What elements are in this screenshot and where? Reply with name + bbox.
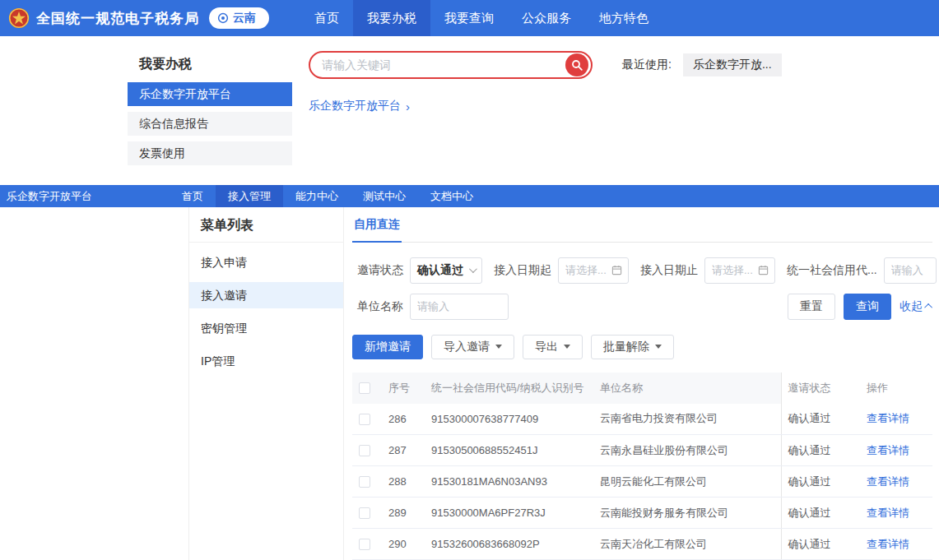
cell-status: 确认通过 — [781, 435, 860, 466]
top-nav-item-tax-service[interactable]: 我要办税 — [353, 0, 430, 36]
top-header: 全国统一规范电子税务局 云南 首页 我要办税 我要查询 公众服务 地方特色 — [0, 0, 939, 36]
tax-menu-item-info-report[interactable]: 综合信息报告 — [128, 112, 292, 136]
platform-nav-access-management[interactable]: 接入管理 — [216, 185, 283, 207]
platform-nav-home[interactable]: 首页 — [170, 185, 216, 207]
table-row: 286 915300007638777409 云南省电力投资有限公司 确认通过 … — [352, 404, 932, 435]
chevron-up-icon — [924, 303, 932, 312]
action-button-row: 新增邀请 导入邀请 导出 批量解除 — [352, 335, 932, 359]
table-row: 288 91530181MA6N03AN93 昆明云能化工有限公司 确认通过 查… — [352, 466, 932, 498]
batch-remove-button[interactable]: 批量解除 — [591, 335, 674, 359]
platform-nav-capability-center[interactable]: 能力中心 — [283, 185, 351, 207]
region-name: 云南 — [233, 11, 256, 25]
col-header-credit-code: 统一社会信用代码/纳税人识别号 — [425, 373, 593, 404]
collapse-link[interactable]: 收起 — [899, 299, 932, 314]
caret-down-icon — [495, 345, 502, 349]
date-from-input[interactable] — [565, 264, 608, 276]
menu-item-access-application[interactable]: 接入申请 — [189, 249, 343, 275]
top-nav-item-query[interactable]: 我要查询 — [430, 0, 508, 36]
calendar-icon — [611, 265, 622, 275]
caret-down-icon — [655, 345, 662, 349]
collapse-label: 收起 — [899, 299, 923, 314]
region-badge[interactable]: 云南 — [209, 7, 269, 29]
recent-used-item[interactable]: 乐企数字开放... — [683, 53, 782, 76]
chevron-right-icon: › — [406, 100, 410, 113]
import-invitation-label: 导入邀请 — [444, 340, 490, 354]
cell-credit-code: 91532600683668092P — [425, 529, 593, 560]
platform-nav-test-center[interactable]: 测试中心 — [351, 185, 418, 207]
platform-nav-doc-center[interactable]: 文档中心 — [418, 185, 486, 207]
cell-status: 确认通过 — [781, 404, 860, 435]
view-detail-link[interactable]: 查看详情 — [867, 475, 909, 488]
row-checkbox[interactable] — [359, 476, 370, 488]
filter-actions: 重置 查询 收起 — [788, 294, 932, 320]
menu-panel: 菜单列表 接入申请 接入邀请 密钥管理 IP管理 — [189, 207, 344, 560]
export-button[interactable]: 导出 — [523, 335, 583, 359]
import-invitation-button[interactable]: 导入邀请 — [431, 335, 514, 359]
tax-menu-item-invoice-use[interactable]: 发票使用 — [128, 141, 292, 165]
row-checkbox[interactable] — [359, 539, 370, 550]
menu-item-access-invitation[interactable]: 接入邀请 — [189, 282, 343, 308]
company-name-input[interactable] — [410, 294, 509, 320]
main-area: 菜单列表 接入申请 接入邀请 密钥管理 IP管理 自用直连 邀请状态 确认通过 … — [0, 207, 939, 560]
select-all-checkbox[interactable] — [359, 382, 370, 394]
search-input[interactable] — [322, 58, 565, 72]
reset-button[interactable]: 重置 — [788, 294, 835, 320]
date-to-label: 接入日期止 — [640, 263, 698, 278]
table-row: 287 91530500688552451J 云南永昌硅业股份有限公司 确认通过… — [352, 435, 932, 466]
credit-code-label: 统一社会信用代... — [787, 263, 877, 278]
view-detail-link[interactable]: 查看详情 — [867, 412, 909, 424]
cell-credit-code: 915300007638777409 — [425, 404, 593, 435]
menu-item-ip-management[interactable]: IP管理 — [189, 348, 343, 374]
tab-self-direct-connect[interactable]: 自用直连 — [352, 217, 402, 243]
platform-title: 乐企数字开放平台 — [0, 189, 170, 204]
date-from-picker[interactable] — [558, 257, 629, 284]
recent-used-label: 最近使用: — [622, 58, 672, 72]
view-detail-link[interactable]: 查看详情 — [867, 507, 909, 519]
view-detail-link[interactable]: 查看详情 — [867, 444, 909, 456]
date-to-input[interactable] — [712, 264, 755, 276]
tax-menu-item-leqi-platform[interactable]: 乐企数字开放平台 — [128, 82, 292, 106]
search-icon — [571, 59, 583, 71]
cell-seq: 286 — [382, 404, 425, 435]
col-header-company: 单位名称 — [593, 373, 781, 404]
hero-right: 最近使用: 乐企数字开放... 乐企数字开放平台 › — [292, 36, 939, 185]
brand: 全国统一规范电子税务局 云南 — [0, 7, 269, 29]
cell-status: 确认通过 — [781, 529, 860, 560]
cell-seq: 288 — [382, 466, 425, 498]
invite-status-label: 邀请状态 — [352, 263, 403, 278]
emblem-logo — [8, 7, 30, 29]
top-nav: 首页 我要办税 我要查询 公众服务 地方特色 — [300, 0, 662, 36]
search-button[interactable] — [565, 53, 588, 76]
row-checkbox[interactable] — [359, 414, 370, 425]
keyword-search-box[interactable] — [309, 51, 593, 79]
add-invitation-button[interactable]: 新增邀请 — [352, 335, 423, 359]
view-detail-link[interactable]: 查看详情 — [867, 538, 909, 550]
batch-remove-label: 批量解除 — [603, 340, 649, 354]
cell-company: 云南能投财务服务有限公司 — [593, 498, 781, 529]
search-row: 最近使用: 乐企数字开放... — [309, 51, 923, 79]
top-nav-item-home[interactable]: 首页 — [300, 0, 353, 36]
col-header-status: 邀请状态 — [781, 373, 860, 404]
invite-status-select[interactable]: 确认通过 — [410, 257, 482, 284]
col-header-action: 操作 — [860, 373, 932, 404]
top-nav-item-public-service[interactable]: 公众服务 — [508, 0, 585, 36]
col-header-seq: 序号 — [382, 373, 425, 404]
site-title: 全国统一规范电子税务局 — [36, 9, 199, 28]
query-button[interactable]: 查询 — [844, 294, 891, 320]
invite-status-value: 确认通过 — [417, 263, 463, 278]
credit-code-input[interactable] — [884, 257, 937, 284]
row-checkbox[interactable] — [359, 445, 370, 456]
date-to-picker[interactable] — [704, 257, 775, 284]
location-icon — [217, 12, 229, 24]
quick-link-label: 乐企数字开放平台 — [309, 99, 401, 113]
cell-company: 昆明云能化工有限公司 — [593, 466, 781, 498]
export-label: 导出 — [535, 340, 558, 354]
platform-quick-link[interactable]: 乐企数字开放平台 › — [309, 99, 410, 113]
table-row: 289 91530000MA6PF27R3J 云南能投财务服务有限公司 确认通过… — [352, 498, 932, 529]
cell-credit-code: 91530181MA6N03AN93 — [425, 466, 593, 498]
left-gutter — [0, 207, 189, 560]
top-nav-item-local-features[interactable]: 地方特色 — [585, 0, 662, 36]
caret-down-icon — [564, 345, 570, 349]
menu-item-key-management[interactable]: 密钥管理 — [189, 315, 343, 341]
row-checkbox[interactable] — [359, 507, 370, 519]
